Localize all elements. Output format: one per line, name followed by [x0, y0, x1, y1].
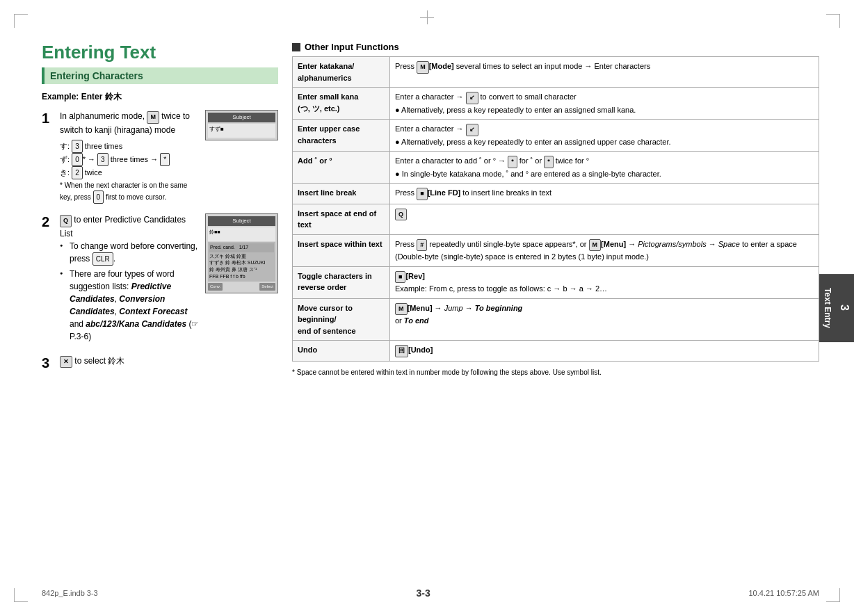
side-tab: 3 Text Entry — [819, 274, 854, 342]
screen-candidates: Pred. cand. 1/17 スズキ 鈴城 鈴重 すずき 鈴 寿松木 SUZ… — [208, 242, 275, 282]
func-desc-space-end: Q — [390, 204, 819, 234]
star-icon-2: * — [544, 156, 554, 168]
func-name-cursor: Move cursor to beginning/end of sentence — [293, 298, 390, 341]
step-1-content: In alphanumeric mode, M twice to switch … — [60, 110, 278, 204]
hash-icon: # — [417, 239, 427, 252]
star-icon: * — [508, 156, 517, 168]
mode-icon: M — [147, 111, 159, 124]
corner-mark-tr — [826, 14, 840, 28]
page-number: 3-3 — [416, 587, 430, 599]
screen-content-2: 鈴■■ — [208, 227, 275, 241]
table-row: Enter upper casecharacters Enter a chara… — [293, 120, 819, 152]
table-title-text: Other Input Functions — [305, 42, 399, 52]
func-name-katakana: Enter katakana/alphanumerics — [293, 57, 390, 88]
table-row: Undo 回[Undo] — [293, 341, 819, 362]
page-title: Entering Text — [42, 42, 278, 63]
rev-icon: ■ — [395, 271, 405, 284]
step-3: 3 ✕ to select 鈴木 — [42, 355, 278, 371]
bottom-bar: 842p_E.indb 3-3 3-3 10.4.21 10:57:25 AM — [42, 587, 819, 599]
step-2-bullets: To change word before converting, press … — [60, 240, 200, 343]
table-row: Insert line break Press ■[Line FD] to in… — [293, 184, 819, 204]
functions-table: Enter katakana/alphanumerics Press M[Mod… — [292, 56, 819, 362]
left-column: Entering Text Entering Characters Exampl… — [42, 42, 278, 574]
pred-icon: Q — [60, 215, 72, 227]
table-row: Toggle characters inreverse order ■[Rev]… — [293, 266, 819, 298]
table-row: Enter small kana(つ, ツ, etc.) Enter a cha… — [293, 88, 819, 120]
func-name-upper: Enter upper casecharacters — [293, 120, 390, 152]
menu-icon-2: M — [395, 303, 408, 316]
crosshair-top — [420, 10, 434, 24]
side-tab-number: 3 — [838, 305, 851, 311]
func-name-undo: Undo — [293, 341, 390, 362]
convert-icon: ↙ — [466, 92, 478, 104]
table-row: Insert space at end of text Q — [293, 204, 819, 234]
func-desc-cursor: M[Menu] → Jump → To beginningor To end — [390, 298, 819, 341]
func-name-dakuten: Add ˚ or ° — [293, 152, 390, 184]
mode-icon-2: M — [417, 61, 429, 74]
section-header: Entering Characters — [42, 67, 278, 84]
screen-mockup-1: Subject すず■ — [205, 110, 278, 140]
step-2-number: 2 — [42, 213, 54, 345]
table-row: Move cursor to beginning/end of sentence… — [293, 298, 819, 341]
table-row: Add ˚ or ° Enter a character to add ˚ or… — [293, 152, 819, 184]
screen-title-2: Subject — [208, 216, 275, 226]
space-end-icon: Q — [395, 209, 407, 221]
step-1: 1 In alphanumeric mode, M twice to switc… — [42, 110, 278, 204]
right-column: Other Input Functions Enter katakana/alp… — [292, 42, 819, 574]
func-name-space-end: Insert space at end of text — [293, 204, 390, 234]
key-3: 3 — [72, 140, 83, 153]
example-label: Example: Enter 鈴木 — [42, 91, 278, 103]
key-star: * — [160, 153, 170, 166]
table-row: Enter katakana/alphanumerics Press M[Mod… — [293, 57, 819, 88]
undo-icon: 回 — [395, 345, 408, 357]
corner-mark-tl — [14, 14, 28, 28]
func-desc-dakuten: Enter a character to add ˚ or ° → * for … — [390, 152, 819, 184]
main-content: Entering Text Entering Characters Exampl… — [42, 42, 819, 574]
footnote: * Space cannot be entered within text in… — [292, 367, 819, 378]
func-name-linebreak: Insert line break — [293, 184, 390, 204]
select-icon: ✕ — [60, 356, 72, 368]
linefd-icon: ■ — [417, 188, 427, 200]
key-2: 2 — [72, 166, 83, 179]
func-desc-toggle: ■[Rev] Example: From c, press to toggle … — [390, 266, 819, 298]
corner-mark-br — [826, 588, 840, 602]
func-name-small-kana: Enter small kana(つ, ツ, etc.) — [293, 88, 390, 120]
side-tab-label: Text Entry — [823, 288, 832, 328]
step-3-content: ✕ to select 鈴木 — [60, 355, 278, 371]
screen-content-1: すず■ — [208, 124, 275, 138]
screen-buttons: Conv. Select — [208, 283, 275, 291]
screen-mockup-2: Subject 鈴■■ Pred. cand. 1/17 スズキ 鈴城 鈴重 す… — [205, 213, 278, 293]
step-2: 2 Q to enter Predictive Candidates List … — [42, 213, 278, 345]
func-desc-small-kana: Enter a character → ↙ to convert to smal… — [390, 88, 819, 120]
key-0b: 0 — [93, 191, 104, 204]
func-desc-space-within: Press # repeatedly until single-byte spa… — [390, 234, 819, 266]
func-name-space-within: Insert space within text — [293, 234, 390, 266]
step-1-number: 1 — [42, 110, 54, 204]
conv-btn: Conv. — [208, 283, 223, 291]
func-desc-upper: Enter a character → ↙ ● Alternatively, p… — [390, 120, 819, 152]
func-desc-linebreak: Press ■[Line FD] to insert line breaks i… — [390, 184, 819, 204]
func-name-toggle: Toggle characters inreverse order — [293, 266, 390, 298]
step-3-number: 3 — [42, 355, 54, 371]
select-btn: Select — [259, 283, 275, 291]
func-desc-undo: 回[Undo] — [390, 341, 819, 362]
step-2-content: Q to enter Predictive Candidates List To… — [60, 213, 278, 345]
menu-icon: M — [589, 239, 602, 252]
date-ref: 10.4.21 10:57:25 AM — [748, 589, 819, 597]
func-desc-katakana: Press M[Mode] several times to select an… — [390, 57, 819, 88]
key-3b: 3 — [97, 153, 108, 166]
corner-mark-bl — [14, 588, 28, 602]
key-0: 0 — [72, 153, 83, 166]
clr-key: CLR — [92, 252, 113, 266]
screen-title-1: Subject — [208, 113, 275, 122]
table-title: Other Input Functions — [292, 42, 819, 52]
file-ref: 842p_E.indb 3-3 — [42, 589, 98, 597]
table-row-highlighted: Insert space within text Press # repeate… — [293, 234, 819, 266]
convert-icon-2: ↙ — [466, 124, 478, 136]
title-square — [292, 43, 300, 51]
